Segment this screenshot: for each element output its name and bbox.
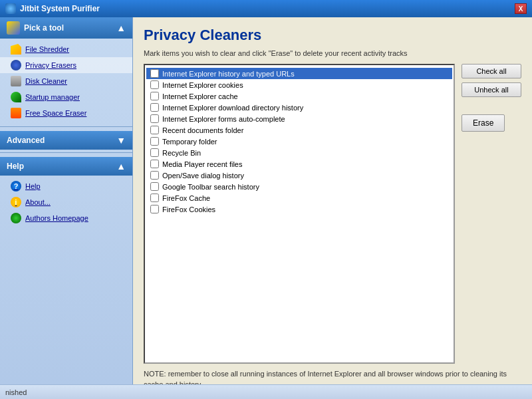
checklist-item[interactable]: FireFox Cookies <box>146 203 452 215</box>
startup-icon <box>11 92 21 102</box>
help-label: Help <box>7 162 24 171</box>
checklist-label: Internet Explorer download directory his… <box>162 104 303 112</box>
checklist-checkbox[interactable] <box>150 137 159 146</box>
sidebar-item-disk-cleaner[interactable]: Disk Cleaner <box>0 73 132 89</box>
sidebar-item-help[interactable]: ? Help <box>0 178 132 194</box>
checklist-item[interactable]: Open/Save dialog history <box>146 170 452 181</box>
advanced-collapse-icon: ▼ <box>116 135 126 146</box>
checklist-checkbox[interactable] <box>150 103 159 112</box>
checklist-checkbox[interactable] <box>150 148 159 157</box>
erase-button[interactable]: Erase <box>462 114 505 132</box>
sidebar-divider-1 <box>0 126 132 127</box>
sidebar: Pick a tool ▲ File Shredder Privacy Eras… <box>0 17 133 399</box>
close-button[interactable]: X <box>515 3 527 14</box>
sidebar-divider-2 <box>0 152 132 153</box>
page-description: Mark items you wish to clear and click "… <box>144 49 521 57</box>
advanced-label: Advanced <box>7 136 45 145</box>
about-icon: i <box>11 197 21 207</box>
help-icon: ? <box>11 181 21 192</box>
app-title: Jitbit System Purifier <box>20 4 511 13</box>
sidebar-item-authors-homepage[interactable]: Authors Homepage <box>0 210 132 226</box>
checklist-item[interactable]: Media Player recent files <box>146 158 452 170</box>
checklist-checkbox[interactable] <box>150 92 159 100</box>
checklist-label: FireFox Cache <box>162 194 210 202</box>
checklist-checkbox[interactable] <box>150 205 159 213</box>
checklist-checkbox[interactable] <box>150 160 159 168</box>
sidebar-items-list: File Shredder Privacy Erasers Disk Clean… <box>0 39 132 124</box>
checklist-item[interactable]: Internet Explorer cookies <box>146 79 452 90</box>
sidebar-item-free-space-eraser[interactable]: Free Space Eraser <box>0 105 132 121</box>
checklist-label: Recent documents folder <box>162 126 243 134</box>
checklist-item[interactable]: Internet Explorer download directory his… <box>146 102 452 113</box>
checklist-label: Internet Explorer history and typed URLs <box>162 70 295 78</box>
pick-tool-header[interactable]: Pick a tool ▲ <box>0 17 132 39</box>
checklist-item[interactable]: Google Toolbar search history <box>146 181 452 192</box>
checklist-label: Internet Explorer forms auto-complete <box>162 115 285 123</box>
status-bar: nished <box>0 384 532 399</box>
privacy-icon <box>11 60 21 70</box>
checklist-label: Internet Explorer cache <box>162 92 238 100</box>
check-all-button[interactable]: Check all <box>462 64 521 78</box>
main-container: Pick a tool ▲ File Shredder Privacy Eras… <box>0 17 532 399</box>
status-text: nished <box>5 388 27 396</box>
pick-tool-collapse-icon: ▲ <box>116 23 126 33</box>
checklist-item[interactable]: Internet Explorer history and typed URLs <box>146 68 452 79</box>
title-bar: Jitbit System Purifier X <box>0 0 532 17</box>
help-collapse-icon: ▲ <box>116 161 126 172</box>
checklist-checkbox[interactable] <box>150 182 159 191</box>
disk-icon <box>11 76 21 86</box>
checklist-checkbox[interactable] <box>150 171 159 180</box>
checklist-label: Recycle Bin <box>162 149 201 157</box>
checklist-label: FireFox Cookies <box>162 205 215 213</box>
checklist-item[interactable]: Recent documents folder <box>146 124 452 136</box>
freespace-icon <box>11 108 21 118</box>
checklist-checkbox[interactable] <box>150 114 159 123</box>
sidebar-item-file-shredder[interactable]: File Shredder <box>0 41 132 57</box>
checklist-item[interactable]: Internet Explorer cache <box>146 90 452 102</box>
erase-btn-container: Erase <box>462 114 521 132</box>
help-items-list: ? Help i About... Authors Homepage <box>0 176 132 229</box>
checklist-checkbox[interactable] <box>150 69 159 78</box>
buttons-panel: Check all Unheck all Erase <box>462 64 521 364</box>
content-area: Privacy Cleaners Mark items you wish to … <box>133 17 532 399</box>
checklist-label: Media Player recent files <box>162 160 242 168</box>
sidebar-item-about[interactable]: i About... <box>0 194 132 210</box>
pick-tool-label: Pick a tool <box>24 23 64 33</box>
sidebar-item-privacy-erasers[interactable]: Privacy Erasers <box>0 57 132 73</box>
app-icon <box>5 3 16 14</box>
help-header[interactable]: Help ▲ <box>0 157 132 176</box>
checklist-label: Open/Save dialog history <box>162 172 244 180</box>
checklist-checkbox[interactable] <box>150 126 159 134</box>
checklist-label: Google Toolbar search history <box>162 183 259 191</box>
sidebar-item-startup-manager[interactable]: Startup manager <box>0 89 132 105</box>
homepage-icon <box>11 213 21 223</box>
uncheck-all-button[interactable]: Unheck all <box>462 82 521 97</box>
pick-tool-icon <box>7 21 20 35</box>
checklist-item[interactable]: Internet Explorer forms auto-complete <box>146 113 452 124</box>
content-body: Internet Explorer history and typed URLs… <box>144 64 521 364</box>
file-shredder-icon <box>11 44 21 55</box>
checklist-item[interactable]: Temporary folder <box>146 136 452 147</box>
checklist-item[interactable]: FireFox Cache <box>146 192 452 203</box>
checklist-container[interactable]: Internet Explorer history and typed URLs… <box>144 64 455 364</box>
checklist-label: Temporary folder <box>162 138 217 146</box>
checklist-item[interactable]: Recycle Bin <box>146 147 452 158</box>
page-title: Privacy Cleaners <box>144 27 521 44</box>
advanced-header[interactable]: Advanced ▼ <box>0 131 132 150</box>
checklist-checkbox[interactable] <box>150 80 159 89</box>
checklist-label: Internet Explorer cookies <box>162 81 243 89</box>
checklist-checkbox[interactable] <box>150 194 159 202</box>
